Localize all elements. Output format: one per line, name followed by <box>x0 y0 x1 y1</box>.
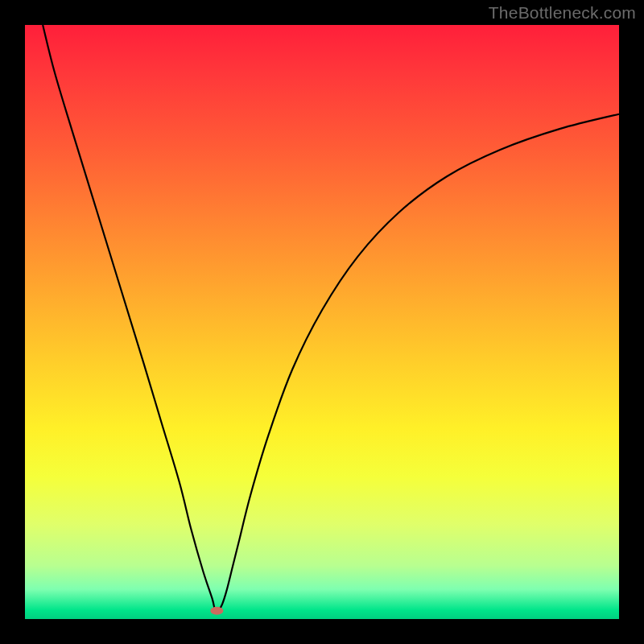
watermark-text: TheBottleneck.com <box>489 3 636 23</box>
chart-frame: TheBottleneck.com <box>0 0 644 644</box>
bottleneck-curve <box>25 25 619 619</box>
plot-area <box>25 25 619 619</box>
curve-line <box>43 25 619 612</box>
minimum-marker <box>210 607 223 615</box>
